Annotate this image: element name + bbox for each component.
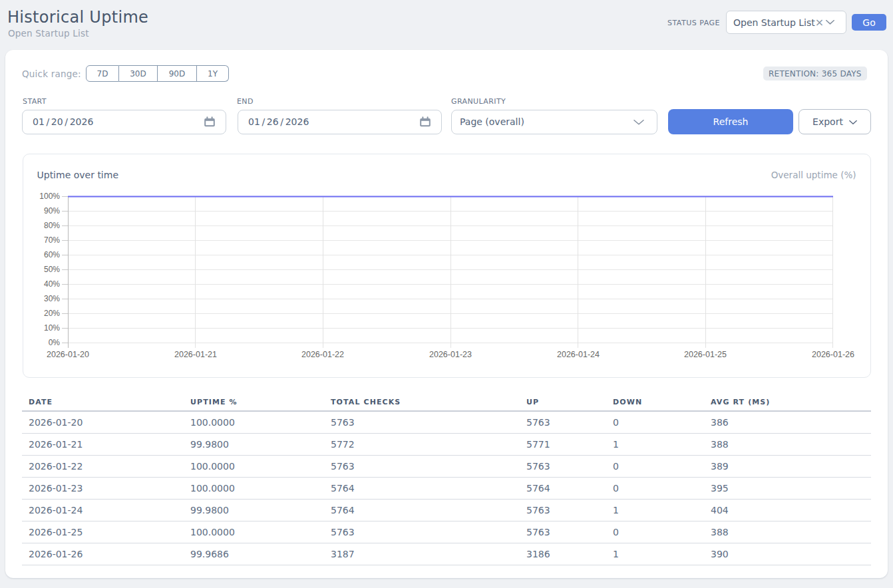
svg-text:30%: 30%	[44, 294, 60, 303]
svg-text:2026-01-20: 2026-01-20	[47, 350, 89, 359]
svg-text:20%: 20%	[44, 309, 60, 318]
svg-text:70%: 70%	[44, 235, 60, 245]
svg-text:80%: 80%	[44, 221, 60, 230]
svg-text:2026-01-22: 2026-01-22	[301, 350, 344, 359]
svg-text:2026-01-21: 2026-01-21	[174, 350, 217, 359]
svg-text:2026-01-23: 2026-01-23	[429, 350, 472, 359]
svg-text:50%: 50%	[44, 265, 60, 274]
svg-text:40%: 40%	[44, 279, 60, 289]
svg-text:2026-01-25: 2026-01-25	[684, 350, 727, 359]
svg-text:2026-01-24: 2026-01-24	[557, 350, 600, 359]
svg-text:100%: 100%	[39, 192, 60, 201]
svg-text:60%: 60%	[44, 250, 60, 259]
svg-text:10%: 10%	[44, 323, 60, 333]
svg-text:2026-01-26: 2026-01-26	[812, 350, 854, 359]
svg-text:0%: 0%	[49, 338, 61, 347]
svg-text:90%: 90%	[44, 206, 60, 216]
